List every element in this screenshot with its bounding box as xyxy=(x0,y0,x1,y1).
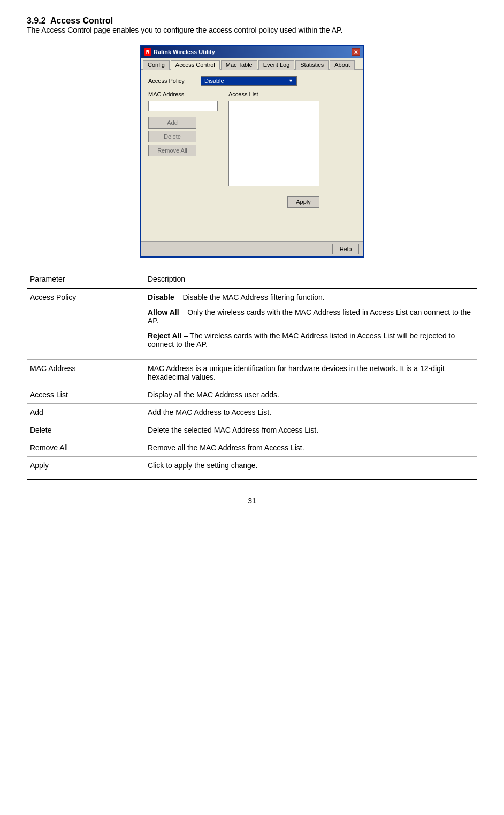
tab-about[interactable]: About xyxy=(330,60,355,70)
access-policy-label: Access Policy xyxy=(148,78,196,84)
term-disable: Disable xyxy=(148,293,174,301)
tab-access-control[interactable]: Access Control xyxy=(171,60,220,70)
desc-disable: Disable – Disable the MAC Address filter… xyxy=(148,293,474,301)
window-content: Access Policy Disable ▼ MAC Address Add xyxy=(141,70,363,241)
screenshot-container: R Ralink Wireless Utility ✕ Config Acces… xyxy=(27,45,477,258)
mac-buttons: Add Delete Remove All xyxy=(148,117,218,156)
section-heading: 3.9.2 Access Control xyxy=(27,16,477,26)
tab-statistics[interactable]: Statistics xyxy=(295,60,329,70)
params-table: Parameter Description Access Policy Disa… xyxy=(27,270,477,474)
header-description: Description xyxy=(144,270,477,288)
access-policy-dropdown-wrapper: Disable ▼ xyxy=(201,76,297,86)
row-apply: Apply Click to apply the setting change. xyxy=(27,457,477,474)
tab-mac-table[interactable]: Mac Table xyxy=(221,60,257,70)
page-number: 31 xyxy=(27,496,477,505)
mac-address-label: MAC Address xyxy=(148,91,218,97)
row-remove-all: Remove All Remove all the MAC Address fr… xyxy=(27,439,477,457)
dropdown-arrow-icon: ▼ xyxy=(288,78,293,84)
tab-bar: Config Access Control Mac Table Event Lo… xyxy=(141,58,363,70)
desc-remove-all: Remove all the MAC Address from Access L… xyxy=(144,439,477,457)
desc-mac-address: MAC Address is a unique identification f… xyxy=(144,360,477,386)
section-intro: The Access Control page enables you to c… xyxy=(27,26,477,34)
desc-allow-all: Allow All – Only the wireless cards with… xyxy=(148,308,474,325)
desc-access-list: Display all the MAC Address user adds. xyxy=(144,386,477,404)
param-apply: Apply xyxy=(27,457,144,474)
row-add: Add Add the MAC Address to Access List. xyxy=(27,404,477,421)
access-policy-value: Disable xyxy=(204,78,224,84)
titlebar: R Ralink Wireless Utility ✕ xyxy=(141,46,363,58)
tab-config[interactable]: Config xyxy=(143,60,170,70)
access-list-section: Access List Apply xyxy=(228,91,319,210)
ralink-window: R Ralink Wireless Utility ✕ Config Acces… xyxy=(140,45,364,258)
access-list-label: Access List xyxy=(228,91,319,97)
bottom-rule xyxy=(27,479,477,480)
titlebar-title: Ralink Wireless Utility xyxy=(154,49,215,55)
term-allow-all: Allow All xyxy=(148,308,179,316)
param-access-policy: Access Policy xyxy=(27,288,144,360)
close-button[interactable]: ✕ xyxy=(352,48,360,56)
desc-add: Add the MAC Address to Access List. xyxy=(144,404,477,421)
header-parameter: Parameter xyxy=(27,270,144,288)
window-footer: Help xyxy=(141,241,363,256)
desc-access-policy: Disable – Disable the MAC Address filter… xyxy=(144,288,477,360)
desc-apply: Click to apply the setting change. xyxy=(144,457,477,474)
param-access-list: Access List xyxy=(27,386,144,404)
term-reject-all: Reject All xyxy=(148,331,181,340)
access-policy-row: Access Policy Disable ▼ xyxy=(148,76,356,86)
mac-address-section: MAC Address Add Delete Remove All xyxy=(148,91,218,210)
desc-reject-all: Reject All – The wireless cards with the… xyxy=(148,331,474,349)
apply-button[interactable]: Apply xyxy=(287,196,319,208)
delete-button[interactable]: Delete xyxy=(148,131,196,142)
add-button[interactable]: Add xyxy=(148,117,196,129)
row-access-policy: Access Policy Disable – Disable the MAC … xyxy=(27,288,477,360)
section-number: 3.9.2 xyxy=(27,16,46,25)
param-mac-address: MAC Address xyxy=(27,360,144,386)
app-icon: R xyxy=(144,48,151,56)
apply-row: Apply xyxy=(228,194,319,210)
fields-row: MAC Address Add Delete Remove All Access… xyxy=(148,91,356,210)
titlebar-left: R Ralink Wireless Utility xyxy=(144,48,215,56)
tab-event-log[interactable]: Event Log xyxy=(258,60,295,70)
mac-address-input[interactable] xyxy=(148,101,218,111)
desc-delete: Delete the selected MAC Address from Acc… xyxy=(144,421,477,439)
access-list-box xyxy=(228,101,319,186)
remove-all-button[interactable]: Remove All xyxy=(148,145,196,156)
section-title: Access Control xyxy=(50,16,113,25)
row-mac-address: MAC Address MAC Address is a unique iden… xyxy=(27,360,477,386)
help-button[interactable]: Help xyxy=(332,244,359,254)
row-access-list: Access List Display all the MAC Address … xyxy=(27,386,477,404)
param-delete: Delete xyxy=(27,421,144,439)
param-remove-all: Remove All xyxy=(27,439,144,457)
access-policy-dropdown[interactable]: Disable ▼ xyxy=(201,76,297,86)
row-delete: Delete Delete the selected MAC Address f… xyxy=(27,421,477,439)
param-add: Add xyxy=(27,404,144,421)
